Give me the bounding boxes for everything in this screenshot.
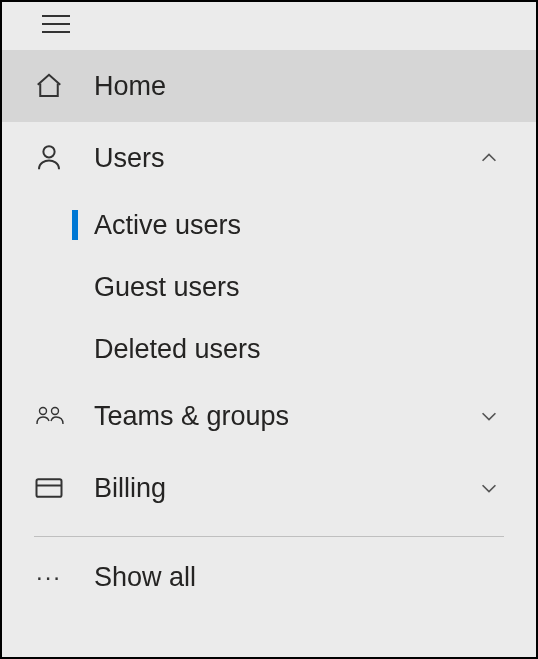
home-icon	[34, 71, 94, 101]
sidebar-subitem-guest-users[interactable]: Guest users	[72, 256, 536, 318]
chevron-up-icon	[474, 147, 504, 169]
sidebar-subitem-label: Active users	[94, 210, 241, 241]
users-subnav: Active users Guest users Deleted users	[2, 194, 536, 380]
sidebar-item-billing[interactable]: Billing	[2, 452, 536, 524]
sidebar-subitem-deleted-users[interactable]: Deleted users	[72, 318, 536, 380]
sidebar-item-users[interactable]: Users	[2, 122, 536, 194]
billing-icon	[34, 474, 94, 502]
sidebar-item-label: Users	[94, 143, 474, 174]
svg-point-3	[43, 146, 54, 157]
svg-point-4	[40, 408, 47, 415]
admin-sidebar: Home Users Active users Guest users Dele…	[2, 2, 536, 657]
hamburger-icon	[42, 14, 70, 34]
chevron-down-icon	[474, 405, 504, 427]
sidebar-item-teams-groups[interactable]: Teams & groups	[2, 380, 536, 452]
sidebar-item-show-all[interactable]: ··· Show all	[2, 541, 536, 613]
sidebar-subitem-label: Guest users	[94, 272, 240, 303]
teams-icon	[34, 401, 94, 431]
sidebar-item-home[interactable]: Home	[2, 50, 536, 122]
sidebar-item-label: Teams & groups	[94, 401, 474, 432]
sidebar-item-label: Show all	[94, 562, 504, 593]
sidebar-item-label: Billing	[94, 473, 474, 504]
user-icon	[34, 143, 94, 173]
sidebar-subitem-active-users[interactable]: Active users	[72, 194, 536, 256]
chevron-down-icon	[474, 477, 504, 499]
hamburger-menu-button[interactable]	[2, 8, 536, 50]
sidebar-subitem-label: Deleted users	[94, 334, 261, 365]
svg-rect-6	[37, 479, 62, 497]
ellipsis-icon: ···	[34, 563, 94, 591]
sidebar-item-label: Home	[94, 71, 504, 102]
nav-divider	[34, 536, 504, 537]
svg-point-5	[52, 408, 59, 415]
